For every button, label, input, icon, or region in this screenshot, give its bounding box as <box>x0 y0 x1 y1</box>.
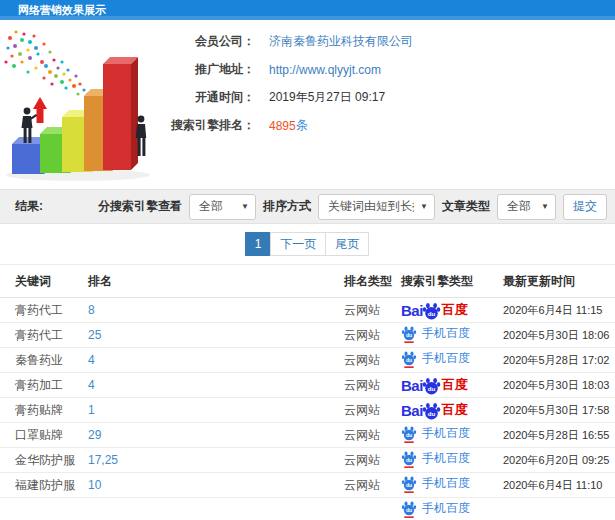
rank-link[interactable]: 8 <box>88 303 95 317</box>
rank-type-cell: 云网站 <box>344 428 380 442</box>
header-rank-type: 排名类型 <box>344 265 401 298</box>
rank-link[interactable]: 29 <box>88 428 101 442</box>
baidu-paw-icon: du <box>422 401 441 420</box>
rank-type-cell: 云网站 <box>344 328 380 342</box>
rank-link[interactable]: 4 <box>88 353 95 367</box>
promo-url-link[interactable]: http://www.qlyyjt.com <box>269 63 381 77</box>
baidu-mobile-logo: du 手机百度 <box>401 475 470 493</box>
open-time-value: 2019年5月27日 09:17 <box>269 89 385 106</box>
pagination: 1 下一页 尾页 <box>246 232 370 256</box>
baidu-paw-icon: du <box>422 376 441 395</box>
keyword-cell: 膏药代工 <box>15 328 63 342</box>
sort-filter-value: 关键词由短到长排序 <box>328 198 414 215</box>
promo-url-row: 推广地址： http://www.qlyyjt.com <box>155 62 413 77</box>
updated-time-cell: 2020年6月4日 11:15 <box>503 304 602 316</box>
engine-filter-label: 分搜索引擎查看 <box>98 198 182 215</box>
keyword-cell: 膏药贴牌 <box>15 403 63 417</box>
confetti-dots <box>4 30 93 99</box>
rank-type-cell: 云网站 <box>344 453 380 467</box>
engine-rank-label: 搜索引擎排名： <box>155 117 255 134</box>
rank-count-unit[interactable]: 条 <box>296 117 308 134</box>
company-row: 会员公司： 济南秦鲁药业科技有限公司 <box>155 34 413 49</box>
header-updated-time: 最新更新时间 <box>503 265 615 298</box>
baidu-mobile-label: 手机百度 <box>422 500 470 517</box>
baidu-du-text: du <box>428 384 436 391</box>
keyword-cell: 福建防护服 <box>15 478 75 492</box>
chevron-down-icon: ▼ <box>241 202 249 211</box>
baidu-cn-text: 百度 <box>442 376 468 394</box>
keyword-cell: 膏药加工 <box>15 378 63 392</box>
updated-time-cell: 2020年5月28日 17:02 <box>503 354 609 366</box>
baidu-paw-icon: du <box>422 301 441 320</box>
up-arrow-icon <box>33 97 47 123</box>
baidu-mobile-du-text: du <box>406 456 412 462</box>
filter-bar: 结果: 分搜索引擎查看 全部 ▼ 排序方式 关键词由短到长排序 ▼ 文章类型 全… <box>0 189 615 224</box>
baidu-logo: Bai du 百度 <box>401 376 468 395</box>
pagination-area: 1 下一页 尾页 <box>0 224 615 264</box>
sort-filter-select[interactable]: 关键词由短到长排序 ▼ <box>318 194 435 220</box>
rank-link[interactable]: 1 <box>88 403 95 417</box>
updated-time-cell: 2020年5月30日 18:06 <box>503 329 609 341</box>
submit-button[interactable]: 提交 <box>563 194 607 220</box>
filter-controls: 分搜索引擎查看 全部 ▼ 排序方式 关键词由短到长排序 ▼ 文章类型 全部 ▼ … <box>98 194 607 220</box>
baidu-du-text: du <box>428 309 436 316</box>
company-link[interactable]: 济南秦鲁药业科技有限公司 <box>269 33 413 50</box>
baidu-mobile-du-text: du <box>406 356 412 362</box>
growth-bar-chart-illustration <box>0 24 172 186</box>
header-engine-type: 搜索引擎类型 <box>401 265 503 298</box>
next-page-button[interactable]: 下一页 <box>270 232 326 256</box>
baidu-mobile-label: 手机百度 <box>422 425 470 442</box>
company-info: 会员公司： 济南秦鲁药业科技有限公司 推广地址： http://www.qlyy… <box>155 34 413 146</box>
baidu-mobile-label: 手机百度 <box>422 325 470 342</box>
rank-link[interactable]: 4 <box>88 378 95 392</box>
page-1-button[interactable]: 1 <box>245 232 272 256</box>
table-row: 膏药加工 4 云网站 Bai du 百度 2020年 <box>0 373 615 398</box>
engine-rank-row: 搜索引擎排名： 4895 条 <box>155 118 413 133</box>
updated-time-cell: 2020年6月4日 11:10 <box>503 479 602 491</box>
last-page-button[interactable]: 尾页 <box>325 232 369 256</box>
engine-filter-value: 全部 <box>199 198 235 215</box>
baidu-mobile-paw-icon: du <box>401 350 417 368</box>
baidu-mobile-logo: du 手机百度 <box>401 325 470 343</box>
rank-type-cell: 云网站 <box>344 478 380 492</box>
article-type-label: 文章类型 <box>442 198 490 215</box>
rank-link[interactable]: 17,25 <box>88 453 118 467</box>
rank-type-cell: 云网站 <box>344 303 380 317</box>
sort-filter-label: 排序方式 <box>263 198 311 215</box>
baidu-mobile-du-text: du <box>406 506 412 512</box>
baidu-mobile-label: 手机百度 <box>422 350 470 367</box>
baidu-mobile-logo: du 手机百度 <box>401 500 470 518</box>
baidu-mobile-du-text: du <box>406 431 412 437</box>
baidu-logo: Bai du 百度 <box>401 401 468 420</box>
page-title: 网络营销效果展示 <box>18 4 106 16</box>
results-table: 关键词 排名 排名类型 搜索引擎类型 最新更新时间 膏药代工 8 云网站 Bai <box>0 264 615 520</box>
baidu-mobile-paw-icon: du <box>401 475 417 493</box>
table-row: du 手机百度 <box>0 498 615 520</box>
updated-time-cell: 2020年5月30日 18:03 <box>503 379 609 391</box>
baidu-mobile-label: 手机百度 <box>422 450 470 467</box>
table-row: 膏药代工 8 云网站 Bai du 百度 2020年 <box>0 298 615 323</box>
updated-time-cell: 2020年5月30日 17:58 <box>503 404 609 416</box>
table-row: 口罩贴牌 29 云网站 du 手机百度 202 <box>0 423 615 448</box>
keyword-cell: 膏药代工 <box>15 303 63 317</box>
keyword-cell: 口罩贴牌 <box>15 428 63 442</box>
engine-filter-select[interactable]: 全部 ▼ <box>189 194 256 220</box>
rank-count: 4895 <box>269 119 296 133</box>
keyword-cell: 秦鲁药业 <box>15 353 63 367</box>
rank-link[interactable]: 10 <box>88 478 101 492</box>
rank-type-cell: 云网站 <box>344 378 380 392</box>
chevron-down-icon: ▼ <box>420 202 428 211</box>
article-type-select[interactable]: 全部 ▼ <box>497 194 556 220</box>
baidu-bai-text: Bai <box>401 302 423 319</box>
baidu-mobile-logo: du 手机百度 <box>401 350 470 368</box>
keyword-cell: 金华防护服 <box>15 453 75 467</box>
page-header: 网络营销效果展示 <box>0 0 615 20</box>
baidu-mobile-du-text: du <box>406 481 412 487</box>
baidu-bai-text: Bai <box>401 402 423 419</box>
baidu-logo: Bai du 百度 <box>401 301 468 320</box>
rank-link[interactable]: 25 <box>88 328 101 342</box>
table-row: 金华防护服 17,25 云网站 du 手机百度 <box>0 448 615 473</box>
rank-type-cell: 云网站 <box>344 403 380 417</box>
baidu-mobile-label: 手机百度 <box>422 475 470 492</box>
rank-type-cell: 云网站 <box>344 353 380 367</box>
